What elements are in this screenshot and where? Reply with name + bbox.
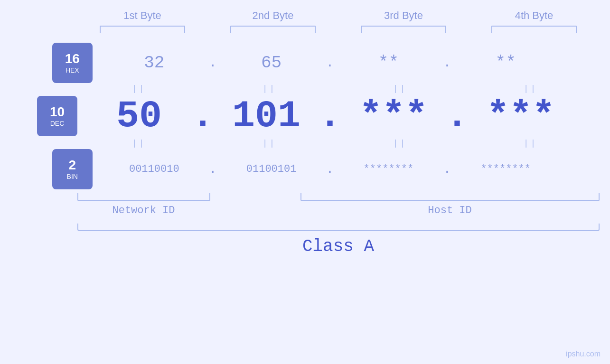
dec-byte1: 50 [101,94,177,138]
main-container: 1st Byte 2nd Byte 3rd Byte 4th Byte 16 H… [0,0,610,364]
sep1-b1: || [87,84,191,93]
hex-byte3: ** [350,53,426,73]
sep2-b1: || [87,139,191,148]
top-brackets [77,26,600,33]
sep1-b4: || [479,84,583,93]
byte1-header: 1st Byte [90,9,195,22]
bracket-byte1 [100,26,185,33]
bottom-section: Network ID Host ID [77,193,600,216]
dec-byte4: *** [483,94,559,138]
bracket-byte3 [361,26,446,33]
byte2-header: 2nd Byte [221,9,325,22]
sep-row-1: || || || || [74,84,596,93]
hex-badge-label: HEX [66,66,79,74]
dec-byte4-cell: *** [469,94,573,138]
dec-badge: 10 DEC [37,96,77,136]
sep2-b4: || [479,139,583,148]
full-bracket [77,224,600,231]
hex-dot1: . [209,56,217,70]
bracket-byte2 [230,26,316,33]
dec-dot1: . [191,94,214,138]
bin-byte1: 00110010 [116,163,192,175]
sep1-b3: || [348,84,452,93]
hex-dot3: . [443,56,451,70]
hex-byte2: 65 [234,53,310,73]
dec-badge-label: DEC [50,120,65,127]
byte-headers: 1st Byte 2nd Byte 3rd Byte 4th Byte [77,9,600,22]
bin-byte3: ******** [350,163,426,175]
bin-byte4-cell: ******** [453,163,558,175]
hex-row: 16 HEX 32 . 65 . ** . ** [52,43,558,83]
hex-byte4-cell: ** [453,53,558,73]
bottom-labels: Network ID Host ID [77,205,600,216]
bin-badge-label: BIN [67,173,78,180]
byte3-header: 3rd Byte [351,9,456,22]
bin-byte2-cell: 01100101 [219,163,324,175]
sep2-b3: || [348,139,452,148]
sep1-b2: || [217,84,322,93]
bin-byte3-cell: ******** [336,163,441,175]
dec-dot3: . [446,94,469,138]
bin-dot2: . [326,162,334,177]
hex-values: 32 . 65 . ** . ** [102,53,558,73]
sep2-b2: || [217,139,322,148]
bin-dot1: . [209,162,217,177]
watermark: ipshu.com [566,350,601,358]
hex-dot2: . [326,56,334,70]
bin-byte1-cell: 00110010 [102,163,206,175]
byte4-header: 4th Byte [482,9,586,22]
dec-byte2-cell: 101 [214,94,319,138]
hex-byte2-cell: 65 [219,53,324,73]
bracket-byte4 [491,26,577,33]
dec-badge-number: 10 [50,105,65,119]
dec-dot2: . [319,94,341,138]
bin-byte4: ******** [468,163,544,175]
hex-badge: 16 HEX [52,43,93,83]
hex-byte1-cell: 32 [102,53,206,73]
bottom-brackets [77,193,600,201]
sep-row-2: || || || || [74,139,596,148]
class-label: Class A [77,237,600,256]
network-id-label: Network ID [77,205,210,216]
network-bracket [77,193,210,201]
dec-values: 50 . 101 . *** . *** [87,94,573,138]
bin-byte2: 01100101 [234,163,310,175]
bin-row: 2 BIN 00110010 . 01100101 . ******** . *… [52,149,558,189]
dec-byte1-cell: 50 [87,94,191,138]
dec-row: 10 DEC 50 . 101 . *** . *** [37,94,573,138]
full-bracket-row [77,224,600,231]
bin-dot3: . [443,162,451,177]
host-bracket [300,193,600,201]
hex-byte1: 32 [116,53,192,73]
dec-byte2: 101 [228,94,304,138]
dec-byte3-cell: *** [341,94,446,138]
hex-byte4: ** [468,53,544,73]
bin-badge: 2 BIN [52,149,93,189]
dec-byte3: *** [356,94,432,138]
bin-values: 00110010 . 01100101 . ******** . *******… [102,162,558,177]
host-id-label: Host ID [300,205,600,216]
hex-badge-number: 16 [65,52,80,65]
hex-byte3-cell: ** [336,53,441,73]
bin-badge-number: 2 [68,159,76,172]
